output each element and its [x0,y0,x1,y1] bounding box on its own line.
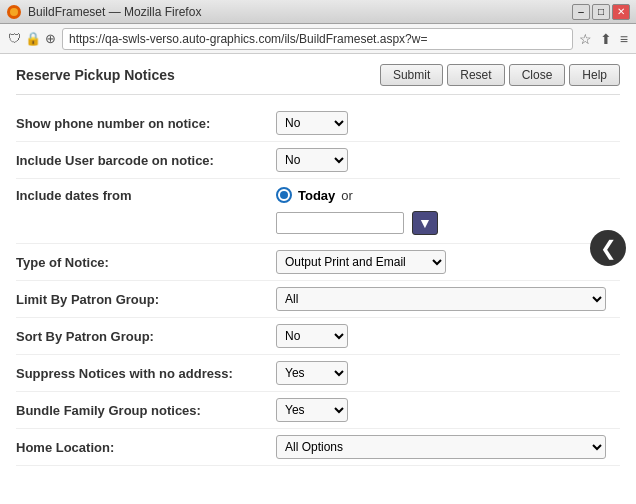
suppress-notices-control: Yes No [276,361,620,385]
menu-icon[interactable]: ≡ [620,31,628,47]
calendar-icon: ▼ [418,215,432,231]
www-icon: ⊕ [45,31,56,46]
sort-patron-group-select[interactable]: No Yes [276,324,348,348]
page-title: Reserve Pickup Notices [16,67,175,83]
show-phone-select[interactable]: No Yes [276,111,348,135]
radio-dot [280,191,288,199]
home-location-select[interactable]: All Options [276,435,606,459]
suppress-notices-row: Suppress Notices with no address: Yes No [16,355,620,392]
show-phone-label: Show phone number on notice: [16,116,276,131]
calendar-button[interactable]: ▼ [412,211,438,235]
sort-patron-group-row: Sort By Patron Group: No Yes [16,318,620,355]
suppress-notices-select[interactable]: Yes No [276,361,348,385]
date-input-row: ▼ [16,207,620,239]
or-text: or [341,188,353,203]
home-location-row: Home Location: All Options [16,429,620,466]
reset-button[interactable]: Reset [447,64,504,86]
today-radio[interactable] [276,187,292,203]
close-window-button[interactable]: ✕ [612,4,630,20]
shield-icon: 🛡 [8,31,21,46]
back-button[interactable]: ❮ [590,230,626,266]
user-barcode-control: No Yes [276,148,620,172]
limit-patron-group-row: Limit By Patron Group: All [16,281,620,318]
help-button[interactable]: Help [569,64,620,86]
header-buttons: Submit Reset Close Help [380,64,620,86]
type-of-notice-label: Type of Notice: [16,255,276,270]
type-of-notice-row: Type of Notice: Output Print and Email P… [16,244,620,281]
bundle-family-select[interactable]: Yes No [276,398,348,422]
include-dates-row: Include dates from Today or ▼ [16,179,620,244]
star-icon[interactable]: ☆ [579,31,592,47]
title-bar: BuildFrameset — Mozilla Firefox – □ ✕ [0,0,636,24]
include-dates-label: Include dates from [16,188,276,203]
home-location-control: All Options [276,435,620,459]
page-header: Reserve Pickup Notices Submit Reset Clos… [16,64,620,95]
home-location-label: Home Location: [16,440,276,455]
type-of-notice-select[interactable]: Output Print and Email Print Only Email … [276,250,446,274]
limit-patron-group-label: Limit By Patron Group: [16,292,276,307]
submit-button[interactable]: Submit [380,64,443,86]
minimize-button[interactable]: – [572,4,590,20]
date-input[interactable] [276,212,404,234]
close-button[interactable]: Close [509,64,566,86]
show-phone-control: No Yes [276,111,620,135]
sort-patron-group-control: No Yes [276,324,620,348]
window-controls: – □ ✕ [572,4,630,20]
svg-point-1 [10,8,18,16]
browser-icons: 🛡 🔒 ⊕ [8,31,56,46]
show-phone-row: Show phone number on notice: No Yes [16,105,620,142]
bundle-family-row: Bundle Family Group notices: Yes No [16,392,620,429]
firefox-icon [6,4,22,20]
user-barcode-row: Include User barcode on notice: No Yes [16,142,620,179]
limit-patron-group-select[interactable]: All [276,287,606,311]
suppress-notices-label: Suppress Notices with no address: [16,366,276,381]
today-label: Today [298,188,335,203]
back-icon: ❮ [600,236,617,260]
maximize-button[interactable]: □ [592,4,610,20]
browser-action-icons: ☆ ⬆ ≡ [579,31,628,47]
main-content: Reserve Pickup Notices Submit Reset Clos… [0,54,636,476]
share-icon[interactable]: ⬆ [600,31,612,47]
user-barcode-select[interactable]: No Yes [276,148,348,172]
lock-icon: 🔒 [25,31,41,46]
url-input[interactable] [62,28,573,50]
window-title: BuildFrameset — Mozilla Firefox [28,5,566,19]
bundle-family-control: Yes No [276,398,620,422]
address-bar: 🛡 🔒 ⊕ ☆ ⬆ ≡ [0,24,636,54]
sort-patron-group-label: Sort By Patron Group: [16,329,276,344]
type-of-notice-control: Output Print and Email Print Only Email … [276,250,620,274]
limit-patron-group-control: All [276,287,620,311]
user-barcode-label: Include User barcode on notice: [16,153,276,168]
bundle-family-label: Bundle Family Group notices: [16,403,276,418]
